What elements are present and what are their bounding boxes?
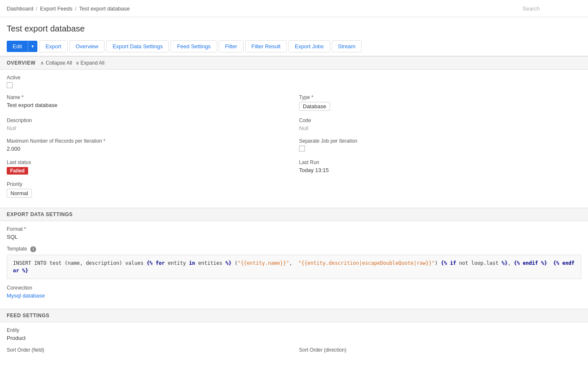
page-header: Test export database bbox=[0, 17, 588, 37]
tab-stream[interactable]: Stream bbox=[332, 40, 362, 52]
sort-order-direction-label: Sort Order (direction) bbox=[299, 347, 581, 353]
edit-button-group: Edit ▾ bbox=[7, 41, 37, 52]
feed-settings-section-header: FEED SETTINGS bbox=[0, 309, 588, 322]
type-badge: Database bbox=[299, 102, 581, 111]
expand-all-link[interactable]: ∨ Expand All bbox=[76, 60, 105, 66]
separate-job-checkbox[interactable] bbox=[299, 146, 305, 151]
template-code-block: INSERT INTO test (name, description) val… bbox=[7, 255, 581, 279]
export-data-section-header: EXPORT DATA SETTINGS bbox=[0, 208, 588, 221]
maxrecords-separatejob-row: Maximum Number of Records per Iteration … bbox=[7, 138, 581, 153]
top-bar: Dashboard / Export Feeds / Test export d… bbox=[0, 0, 588, 17]
connection-field: Connection Mysql database bbox=[7, 285, 581, 299]
page-title: Test export database bbox=[7, 24, 581, 34]
last-status-field: Last status Failed bbox=[7, 159, 289, 175]
collapse-up-icon: ∧ bbox=[40, 60, 44, 66]
code-label: Code bbox=[299, 117, 581, 123]
format-field: Format * SQL bbox=[7, 226, 581, 240]
template-label: Template bbox=[7, 246, 27, 252]
entity-field: Entity Product bbox=[7, 327, 581, 341]
breadcrumb-sep-1: / bbox=[36, 5, 38, 12]
breadcrumb-dashboard[interactable]: Dashboard bbox=[7, 5, 34, 12]
format-value: SQL bbox=[7, 234, 581, 240]
name-field: Name * Test export database bbox=[7, 94, 289, 111]
name-type-row: Name * Test export database Type * Datab… bbox=[7, 94, 581, 111]
export-data-section-content: Format * SQL Template i INSERT INTO test… bbox=[0, 221, 588, 309]
breadcrumb-current: Test export database bbox=[79, 5, 130, 12]
template-info-icon[interactable]: i bbox=[30, 246, 36, 252]
laststatus-lastrun-row: Last status Failed Last Run Today 13:15 bbox=[7, 159, 581, 175]
tab-filter[interactable]: Filter bbox=[219, 40, 244, 52]
edit-button[interactable]: Edit bbox=[7, 41, 28, 52]
toolbar: Edit ▾ Export Overview Export Data Setti… bbox=[0, 37, 588, 56]
breadcrumb: Dashboard / Export Feeds / Test export d… bbox=[7, 5, 130, 12]
format-label: Format * bbox=[7, 226, 581, 232]
description-label: Description bbox=[7, 117, 289, 123]
feed-settings-section-content: Entity Product Sort Order (field) Sort O… bbox=[0, 322, 588, 368]
edit-dropdown-button[interactable]: ▾ bbox=[28, 41, 37, 52]
export-data-title: EXPORT DATA SETTINGS bbox=[7, 211, 73, 217]
max-records-label: Maximum Number of Records per Iteration … bbox=[7, 138, 289, 144]
priority-badge: Normal bbox=[7, 189, 32, 198]
last-run-field: Last Run Today 13:15 bbox=[299, 159, 581, 175]
max-records-value: 2.000 bbox=[7, 146, 289, 152]
priority-field: Priority Normal bbox=[7, 181, 581, 198]
template-field: Template i INSERT INTO test (name, descr… bbox=[7, 246, 581, 279]
search-input[interactable] bbox=[522, 5, 581, 12]
last-status-label: Last status bbox=[7, 159, 289, 165]
sort-order-row: Sort Order (field) Sort Order (direction… bbox=[7, 347, 581, 355]
collapse-all-link[interactable]: ∧ Collapse All bbox=[40, 60, 72, 66]
max-records-field: Maximum Number of Records per Iteration … bbox=[7, 138, 289, 153]
tab-overview[interactable]: Overview bbox=[69, 40, 105, 52]
type-label: Type * bbox=[299, 94, 581, 100]
tab-feed-settings[interactable]: Feed Settings bbox=[171, 40, 217, 52]
sort-order-field-col: Sort Order (field) bbox=[7, 347, 289, 355]
status-badge: Failed bbox=[7, 167, 289, 175]
last-run-value: Today 13:15 bbox=[299, 167, 581, 173]
active-checkbox[interactable] bbox=[7, 82, 13, 88]
tab-filter-result[interactable]: Filter Result bbox=[245, 40, 287, 52]
description-field: Description Null bbox=[7, 117, 289, 131]
overview-header-actions: ∧ Collapse All ∨ Expand All bbox=[40, 60, 104, 66]
desc-code-row: Description Null Code Null bbox=[7, 117, 581, 131]
overview-section-header: OVERVIEW ∧ Collapse All ∨ Expand All bbox=[0, 56, 588, 70]
sort-order-direction-col: Sort Order (direction) bbox=[299, 347, 581, 355]
separate-job-field: Separate Job per Iteration bbox=[299, 138, 581, 153]
code-value: Null bbox=[299, 125, 581, 131]
expand-down-icon: ∨ bbox=[76, 60, 79, 66]
description-value: Null bbox=[7, 125, 289, 131]
overview-title: OVERVIEW bbox=[7, 60, 35, 66]
overview-section-content: Active Name * Test export database Type … bbox=[0, 70, 588, 208]
priority-label: Priority bbox=[7, 181, 581, 187]
breadcrumb-export-feeds[interactable]: Export Feeds bbox=[40, 5, 72, 12]
active-label: Active bbox=[7, 75, 581, 81]
tab-export[interactable]: Export bbox=[39, 40, 68, 52]
entity-label: Entity bbox=[7, 327, 581, 333]
priority-badge-container: Normal bbox=[7, 189, 581, 198]
sort-order-field-label: Sort Order (field) bbox=[7, 347, 289, 353]
connection-value[interactable]: Mysql database bbox=[7, 292, 45, 299]
code-field: Code Null bbox=[299, 117, 581, 131]
name-value: Test export database bbox=[7, 102, 289, 108]
tab-export-data-settings[interactable]: Export Data Settings bbox=[106, 40, 169, 52]
entity-value: Product bbox=[7, 335, 581, 341]
connection-label: Connection bbox=[7, 285, 581, 291]
feed-settings-title: FEED SETTINGS bbox=[7, 313, 50, 318]
last-run-label: Last Run bbox=[299, 159, 581, 165]
separate-job-label: Separate Job per Iteration bbox=[299, 138, 581, 144]
tab-export-jobs[interactable]: Export Jobs bbox=[289, 40, 330, 52]
active-field: Active bbox=[7, 75, 581, 89]
template-label-row: Template i bbox=[7, 246, 581, 252]
type-field: Type * Database bbox=[299, 94, 581, 111]
breadcrumb-sep-2: / bbox=[75, 5, 77, 12]
name-label: Name * bbox=[7, 94, 289, 100]
